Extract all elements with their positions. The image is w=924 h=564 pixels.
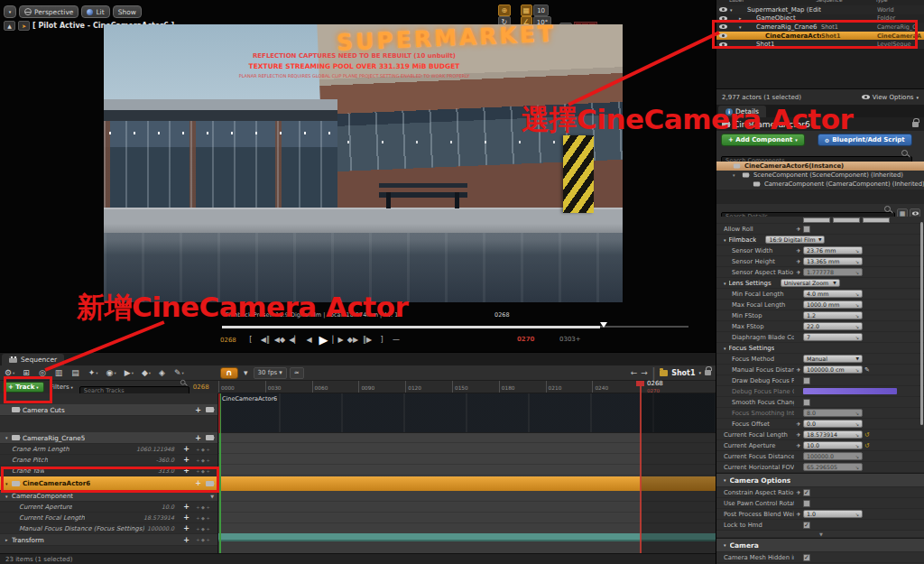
- partial-value-boxes[interactable]: [803, 217, 890, 223]
- details-scrollbar[interactable]: [920, 222, 923, 425]
- track-camera-cuts[interactable]: Camera Cuts + + ◆ + ▼: [0, 404, 217, 416]
- add-keyframe-icon[interactable]: ✈: [794, 366, 803, 373]
- edit-mode-icon[interactable]: ✎▾: [171, 366, 187, 379]
- value-box[interactable]: Universal Zoom ↘ ▼: [781, 279, 840, 288]
- spinner-icon[interactable]: ↘: [855, 411, 859, 416]
- value-box[interactable]: Manual ↘ ▼: [803, 355, 863, 364]
- checkbox[interactable]: [803, 554, 810, 561]
- color-swatch[interactable]: [803, 388, 897, 394]
- add-keyframe-icon[interactable]: ✈: [794, 247, 803, 254]
- spinner-icon[interactable]: ↘: [855, 335, 859, 340]
- range-end-button[interactable]: ]: [376, 336, 387, 344]
- keyframe-nav-buttons[interactable]: + ◆ +: [192, 458, 214, 463]
- keyframe-nav-buttons[interactable]: + ◆ +: [192, 526, 214, 532]
- track-current-focal-length[interactable]: Current Focal Length 18.573914 + + ◆ + ▼: [0, 513, 217, 523]
- visibility-eye-icon[interactable]: [719, 7, 730, 12]
- expander-icon[interactable]: [5, 494, 12, 499]
- loop-button[interactable]: —: [391, 336, 402, 344]
- spinner-icon[interactable]: ↘: [855, 259, 859, 264]
- render-movie-icon[interactable]: ▥: [52, 366, 67, 379]
- camera-add-icon[interactable]: [206, 435, 214, 440]
- value-box[interactable]: 23.76 mm ↘ ▼: [803, 246, 863, 255]
- playhead-marker[interactable]: [636, 381, 644, 386]
- section-caret-icon[interactable]: ▼: [210, 494, 214, 499]
- step-forward-button[interactable]: ▏▶: [332, 336, 343, 344]
- track-camerarig-crane5[interactable]: CameraRig_Crane5 + + ◆ + ▼: [0, 432, 217, 444]
- snap-options-caret[interactable]: ▾: [241, 366, 251, 379]
- component-tree-row[interactable]: CameraComponent (CameraComponent) (Inher…: [716, 180, 924, 189]
- outliner-empty-area[interactable]: [716, 49, 924, 88]
- edit-tools-icon[interactable]: ✦▾: [86, 366, 101, 379]
- curve-editor-button[interactable]: ≈: [290, 367, 304, 379]
- spinner-icon[interactable]: ↘: [855, 324, 859, 329]
- show-flags-button[interactable]: Show: [113, 5, 142, 18]
- value-box[interactable]: 100000.0 ↘ ▼: [803, 452, 863, 461]
- view-options-icon[interactable]: ◉▾: [104, 366, 119, 379]
- outliner-row[interactable]: Supermarket_Map (Editor World: [716, 5, 924, 14]
- back-button[interactable]: ←: [631, 368, 638, 377]
- view-options-button[interactable]: View Options▾: [862, 94, 919, 101]
- add-section-button[interactable]: +: [180, 456, 192, 464]
- value-box[interactable]: 100000.0 cm ↘ ▼: [803, 365, 863, 374]
- camera-add-icon[interactable]: [206, 407, 214, 412]
- lit-mode-button[interactable]: Lit: [81, 5, 109, 18]
- play-reverse-button[interactable]: ◀: [303, 336, 314, 344]
- auto-key-icon[interactable]: ◈: [156, 366, 169, 379]
- expander-icon[interactable]: [733, 172, 738, 178]
- keyframe-nav-buttons[interactable]: + ◆ +: [192, 504, 214, 510]
- lock-sequence-icon[interactable]: [705, 370, 711, 375]
- eject-pilot-icon[interactable]: ▲: [4, 21, 15, 31]
- keyframe-options-icon[interactable]: ◆▾: [139, 366, 153, 379]
- expander-icon[interactable]: [730, 7, 736, 13]
- spinner-icon[interactable]: ↘: [855, 454, 859, 459]
- checkbox[interactable]: [803, 377, 810, 384]
- checkbox[interactable]: [803, 500, 810, 507]
- expander-icon[interactable]: [5, 435, 12, 440]
- value-box[interactable]: 8.0 ↘ ▼: [803, 409, 863, 418]
- add-keyframe-icon[interactable]: ✈: [794, 442, 803, 448]
- track-crane-arm-length[interactable]: Crane Arm Length 1060.121948 + + ◆ + ▼: [0, 444, 217, 455]
- spinner-icon[interactable]: ↘: [855, 248, 859, 254]
- component-tree-row[interactable]: CineCameraActor6(Instance): [716, 162, 924, 171]
- keyframe-nav-buttons[interactable]: + ◆ +: [192, 447, 214, 452]
- value-box[interactable]: 22.0 ↘ ▼: [803, 322, 863, 331]
- checkbox[interactable]: [803, 522, 810, 529]
- viewport-options-button[interactable]: ▾: [4, 5, 16, 18]
- value-box[interactable]: 1000.0 mm ↘ ▼: [803, 300, 863, 310]
- lock-icon[interactable]: [912, 122, 919, 127]
- pilot-camera-icon[interactable]: ➤: [18, 21, 30, 31]
- add-section-button[interactable]: +: [192, 434, 204, 442]
- checkbox[interactable]: [803, 226, 810, 233]
- add-section-button[interactable]: +: [192, 406, 204, 414]
- component-tree-row[interactable]: SceneComponent (SceneComponent) (Inherit…: [716, 171, 924, 180]
- add-keyframe-icon[interactable]: ✈: [794, 421, 803, 427]
- spinner-icon[interactable]: ↘: [855, 512, 859, 517]
- value-box[interactable]: 18.573914 ↘ ▼: [803, 430, 863, 439]
- add-keyframe-icon[interactable]: ✈: [794, 511, 803, 517]
- value-box[interactable]: 4.0 mm ↘ ▼: [803, 290, 863, 299]
- spinner-icon[interactable]: ↘: [855, 291, 859, 297]
- value-box[interactable]: 1.777778 ↘ ▼: [803, 268, 863, 277]
- value-box[interactable]: 65.296505 ↘ ▼: [803, 463, 863, 472]
- add-section-button[interactable]: +: [180, 524, 192, 532]
- spinner-icon[interactable]: ↘: [855, 443, 859, 448]
- track-transform[interactable]: Transform + + ◆ + ▼: [0, 534, 217, 546]
- value-box[interactable]: 7 ↘ ▼: [803, 333, 863, 342]
- grid-snap-toggle[interactable]: ▦10: [521, 5, 555, 16]
- add-keyframe-icon[interactable]: ✈: [794, 258, 803, 264]
- breadcrumb-shot[interactable]: Shot1: [671, 369, 695, 377]
- outliner-column-headers[interactable]: LabelSequenceType: [716, 0, 924, 5]
- jump-start-button[interactable]: ◀‖: [260, 336, 271, 344]
- add-section-button[interactable]: +: [180, 536, 192, 544]
- spinner-icon[interactable]: ↘: [855, 432, 859, 438]
- add-keyframe-icon[interactable]: ✈: [794, 269, 803, 275]
- next-key-button[interactable]: ◆▶: [347, 336, 358, 344]
- perspective-button[interactable]: Perspective: [19, 5, 79, 18]
- range-start-button[interactable]: [: [245, 336, 256, 344]
- add-keyframe-icon[interactable]: ✈: [794, 489, 803, 495]
- add-section-button[interactable]: +: [180, 513, 192, 522]
- breadcrumb-caret-icon[interactable]: ▾: [698, 370, 701, 375]
- dropdown-caret-icon[interactable]: ▼: [833, 281, 836, 285]
- add-section-button[interactable]: +: [180, 445, 192, 453]
- track-current-aperture[interactable]: Current Aperture 10.0 + + ◆ + ▼: [0, 502, 217, 513]
